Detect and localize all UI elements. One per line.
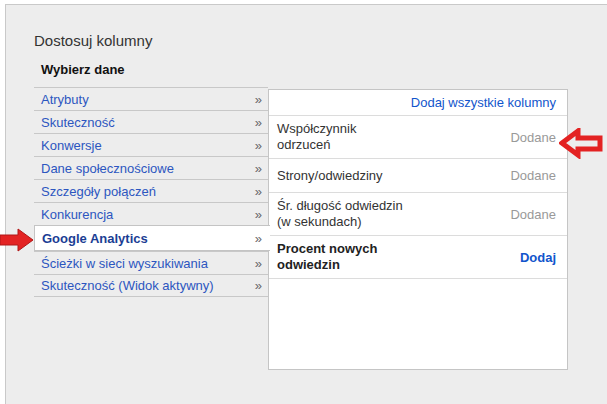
menu-item-label[interactable]: Szczegóły połączeń — [41, 184, 156, 199]
column-row-wspolczynnik-odrzucen: Współczynnik odrzuceń Dodane — [269, 116, 567, 159]
red-arrow-right-icon — [0, 228, 34, 252]
column-status-added: Dodane — [510, 168, 556, 183]
double-chevron-right-icon: » — [255, 207, 262, 222]
double-chevron-right-icon: » — [255, 256, 262, 271]
column-status-added: Dodane — [510, 207, 556, 222]
double-chevron-right-icon: » — [255, 92, 262, 107]
column-label: Strony/odwiedziny — [277, 168, 442, 184]
column-label: Śr. długość odwiedzin (w sekundach) — [277, 198, 442, 230]
section-title: Wybierz dane — [41, 62, 125, 77]
double-chevron-right-icon: » — [255, 161, 262, 176]
menu-item-label[interactable]: Skuteczność — [41, 115, 115, 130]
menu-item-label[interactable]: Konkurencja — [41, 207, 113, 222]
column-status-added: Dodane — [510, 130, 556, 145]
double-chevron-right-icon: » — [255, 138, 262, 153]
menu-item-dane-spolecznosciowe[interactable]: Dane społecznościowe » — [34, 156, 268, 179]
double-chevron-right-icon: » — [255, 231, 262, 246]
column-row-procent-nowych-odwiedzin: Procent nowych odwiedzin Dodaj — [269, 236, 567, 279]
menu-item-skutecznosc-widok-aktywny[interactable]: Skuteczność (Widok aktywny) » — [34, 274, 268, 297]
category-menu: Atrybuty » Skuteczność » Konwersje » Dan… — [34, 87, 268, 297]
add-all-columns-link[interactable]: Dodaj wszystkie kolumny — [411, 95, 556, 110]
column-label: Procent nowych odwiedzin — [277, 241, 442, 273]
menu-item-label[interactable]: Dane społecznościowe — [41, 161, 174, 176]
dialog-title: Dostosuj kolumny — [34, 32, 152, 49]
double-chevron-right-icon: » — [255, 184, 262, 199]
menu-item-label[interactable]: Konwersje — [41, 138, 102, 153]
column-label: Współczynnik odrzuceń — [277, 121, 442, 153]
double-chevron-right-icon: » — [255, 278, 262, 293]
column-row-strony-odwiedziny: Strony/odwiedziny Dodane — [269, 159, 567, 193]
double-chevron-right-icon: » — [255, 115, 262, 130]
menu-item-label[interactable]: Skuteczność (Widok aktywny) — [41, 278, 214, 293]
columns-panel: Dodaj wszystkie kolumny Współczynnik odr… — [268, 89, 568, 370]
menu-item-label[interactable]: Google Analytics — [42, 231, 148, 246]
menu-item-label[interactable]: Ścieżki w sieci wyszukiwania — [41, 256, 208, 271]
menu-item-konkurencja[interactable]: Konkurencja » — [34, 202, 268, 225]
red-arrow-left-icon — [559, 128, 604, 159]
menu-item-sciezki-wyszukiwania[interactable]: Ścieżki w sieci wyszukiwania » — [34, 251, 268, 274]
menu-item-konwersje[interactable]: Konwersje » — [34, 133, 268, 156]
customize-columns-dialog: Dostosuj kolumny Wybierz dane Atrybuty »… — [5, 4, 607, 404]
add-column-link[interactable]: Dodaj — [520, 250, 556, 265]
menu-item-label[interactable]: Atrybuty — [41, 92, 89, 107]
column-row-sr-dlugosc-odwiedzin: Śr. długość odwiedzin (w sekundach) Doda… — [269, 193, 567, 236]
menu-item-szczegoly-polaczen[interactable]: Szczegóły połączeń » — [34, 179, 268, 202]
menu-item-atrybuty[interactable]: Atrybuty » — [34, 87, 268, 110]
menu-item-skutecznosc[interactable]: Skuteczność » — [34, 110, 268, 133]
panel-header: Dodaj wszystkie kolumny — [269, 90, 567, 116]
menu-item-google-analytics-selected[interactable]: Google Analytics » — [34, 225, 270, 251]
